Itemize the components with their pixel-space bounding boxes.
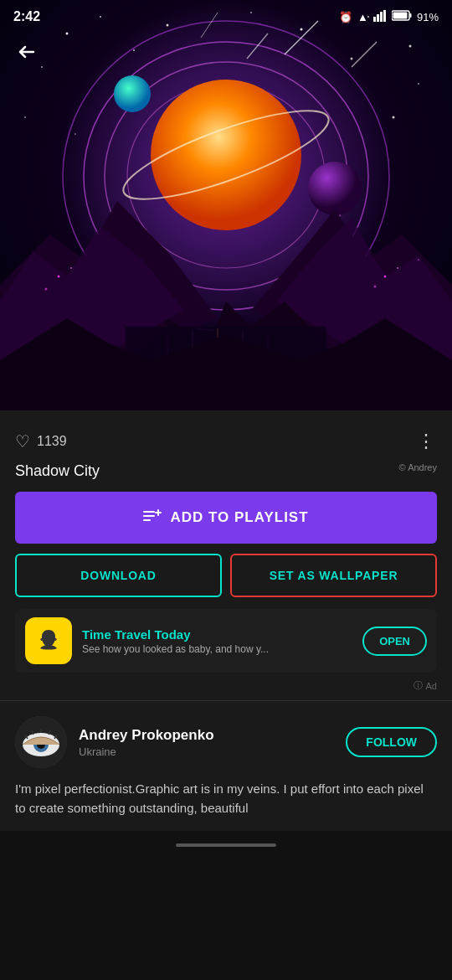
svg-point-46 [58, 276, 60, 278]
svg-rect-55 [143, 515, 155, 517]
follow-label: FOLLOW [366, 735, 417, 749]
svg-rect-0 [373, 17, 376, 22]
status-icons: ⏰ ▲ 91% [339, 10, 439, 24]
svg-point-13 [151, 80, 301, 230]
ad-open-label: OPEN [379, 635, 410, 647]
svg-point-29 [24, 116, 26, 118]
add-to-playlist-button[interactable]: ADD TO PLAYLIST [15, 492, 437, 544]
svg-rect-3 [383, 10, 386, 22]
svg-rect-5 [409, 13, 411, 18]
likes-section: ♡ 1139 [15, 431, 67, 451]
ad-label: Ad [426, 681, 437, 691]
battery-icon [392, 10, 412, 23]
signal-icon [373, 10, 387, 24]
ad-banner: Time Travel Today See how you looked as … [15, 609, 437, 673]
download-button[interactable]: DOWNLOAD [15, 554, 222, 597]
author-section: Andrey Prokopenko Ukraine FOLLOW I'm pix… [0, 701, 452, 831]
author-row: Andrey Prokopenko Ukraine FOLLOW [15, 716, 437, 768]
svg-point-27 [418, 83, 419, 85]
content-area: ♡ 1139 ⋮ Shadow City © Andrey ADD TO PLA… [0, 410, 452, 701]
battery-percent: 91% [417, 11, 439, 23]
more-options-button[interactable]: ⋮ [417, 431, 437, 452]
svg-rect-54 [143, 511, 155, 513]
svg-point-23 [409, 45, 412, 48]
wifi-icon: ▲ [357, 11, 368, 23]
ad-description: See how you looked as baby, and how y... [82, 643, 352, 655]
svg-point-26 [351, 58, 353, 60]
ad-label-row: ⓘ Ad [15, 678, 437, 700]
svg-point-15 [114, 75, 151, 112]
ad-text-block: Time Travel Today See how you looked as … [82, 627, 352, 655]
svg-rect-56 [143, 519, 151, 521]
home-bar [176, 843, 276, 847]
author-location: Ukraine [79, 745, 334, 758]
svg-point-51 [374, 286, 377, 288]
svg-point-48 [45, 288, 48, 291]
svg-point-50 [397, 267, 398, 269]
wallpaper-title: Shadow City [15, 462, 100, 480]
author-bio: I'm pixel perfectionist.Graphic art is i… [15, 780, 437, 818]
svg-point-16 [308, 162, 362, 215]
svg-point-47 [70, 267, 72, 269]
svg-point-28 [393, 116, 395, 119]
svg-rect-2 [380, 12, 383, 22]
alarm-icon: ⏰ [339, 11, 352, 23]
author-avatar [15, 716, 67, 768]
action-buttons-row: DOWNLOAD SET AS WALLPAPER [15, 554, 437, 597]
likes-count: 1139 [37, 434, 67, 449]
back-button[interactable] [12, 37, 42, 67]
svg-rect-1 [377, 14, 379, 22]
likes-row: ♡ 1139 ⋮ [15, 422, 437, 459]
svg-point-30 [74, 133, 76, 135]
home-indicator [0, 831, 452, 859]
ad-open-button[interactable]: OPEN [362, 627, 427, 656]
set-wallpaper-button[interactable]: SET AS WALLPAPER [230, 554, 437, 597]
playlist-icon [143, 509, 162, 526]
download-label: DOWNLOAD [80, 569, 156, 582]
follow-button[interactable]: FOLLOW [346, 727, 437, 757]
svg-point-49 [384, 276, 387, 278]
hero-image [0, 0, 452, 410]
author-name: Andrey Prokopenko [79, 727, 334, 744]
ad-title: Time Travel Today [82, 627, 352, 642]
svg-rect-6 [393, 13, 407, 19]
set-wallpaper-label: SET AS WALLPAPER [270, 569, 398, 582]
svg-rect-58 [155, 512, 162, 513]
copyright-text: © Andrey [399, 462, 437, 472]
svg-point-25 [133, 49, 135, 51]
heart-icon[interactable]: ♡ [15, 431, 30, 451]
title-row: Shadow City © Andrey [15, 459, 437, 492]
playlist-button-label: ADD TO PLAYLIST [170, 509, 308, 526]
status-bar: 2:42 ⏰ ▲ 91% [0, 0, 452, 34]
svg-point-52 [418, 259, 419, 260]
ad-app-icon [25, 617, 72, 664]
author-info: Andrey Prokopenko Ukraine [79, 727, 334, 758]
status-time: 2:42 [13, 9, 40, 24]
ad-privacy-icon: ⓘ [413, 679, 423, 692]
